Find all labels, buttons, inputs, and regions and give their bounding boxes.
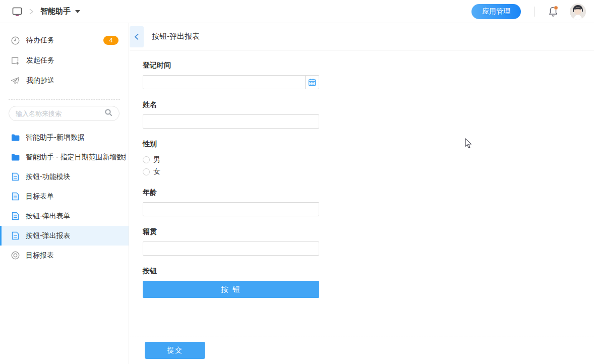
sidebar-item-target-form[interactable]: 目标表单	[0, 187, 129, 206]
field-hometown: 籍贯	[143, 227, 319, 256]
age-input[interactable]	[143, 202, 319, 216]
sidebar-item-label: 按钮-弹出表单	[26, 212, 71, 221]
field-label: 籍贯	[143, 227, 319, 236]
gender-radio-female[interactable]: 女	[143, 166, 319, 178]
document-icon	[11, 212, 20, 220]
sidebar-item-label: 目标表单	[26, 192, 54, 201]
field-label: 年龄	[143, 188, 319, 197]
sidebar-item-label: 按钮-功能模块	[26, 172, 71, 181]
submit-button[interactable]: 提交	[145, 342, 205, 359]
radio-label: 男	[153, 155, 160, 164]
sidebar-item-label: 目标报表	[26, 251, 54, 260]
field-button: 按钮 按 钮	[143, 267, 319, 298]
form-footer: 提交	[130, 336, 594, 364]
chevron-left-icon	[134, 33, 140, 40]
sidebar-item-label: 智能助手 - 指定日期范围新增数据	[26, 153, 126, 162]
form: 登记时间 姓名	[130, 50, 594, 298]
sidebar-item-button-popup-report[interactable]: 按钮-弹出报表	[0, 226, 129, 246]
breadcrumb-chevron-icon	[29, 9, 34, 15]
notification-bell-icon[interactable]	[548, 6, 558, 17]
sidebar: 待办任务 4 发起任务 我的抄送	[0, 23, 129, 364]
sidebar-item-button-module[interactable]: 按钮-功能模块	[0, 167, 129, 187]
send-icon	[11, 77, 20, 85]
sidebar-item-todo-tasks[interactable]: 待办任务 4	[0, 30, 129, 50]
sidebar-item-label: 待办任务	[26, 36, 54, 45]
monitor-icon[interactable]	[12, 7, 22, 17]
notification-dot	[554, 6, 558, 10]
field-label: 登记时间	[143, 61, 319, 70]
clock-icon	[11, 36, 20, 45]
sidebar-divider	[9, 99, 120, 100]
page-title: 按钮-弹出报表	[152, 32, 200, 41]
compose-icon	[11, 56, 20, 65]
sidebar-item-folder-date-range-data[interactable]: 智能助手 - 指定日期范围新增数据	[0, 147, 129, 167]
search-input[interactable]	[16, 110, 104, 117]
sidebar-item-label: 发起任务	[26, 56, 54, 65]
field-label: 按钮	[143, 267, 319, 276]
field-name: 姓名	[143, 100, 319, 129]
todo-count-badge: 4	[103, 36, 118, 45]
folder-icon	[11, 154, 20, 161]
topbar: 智能助手 应用管理	[0, 0, 594, 23]
main-content: 按钮-弹出报表 登记时间	[130, 23, 594, 364]
sidebar-search[interactable]	[9, 106, 120, 121]
popup-report-button[interactable]: 按 钮	[143, 281, 319, 298]
sidebar-item-button-popup-form[interactable]: 按钮-弹出表单	[0, 206, 129, 226]
field-gender: 性别 男 女	[143, 140, 319, 178]
radio-icon	[143, 168, 150, 175]
name-input[interactable]	[143, 114, 319, 129]
content-header: 按钮-弹出报表	[130, 23, 594, 50]
sidebar-item-initiate-task[interactable]: 发起任务	[0, 50, 129, 71]
calendar-picker-button[interactable]	[305, 75, 319, 89]
sidebar-item-label: 按钮-弹出报表	[26, 231, 71, 240]
sidebar-item-folder-new-data[interactable]: 智能助手-新增数据	[0, 128, 129, 147]
folder-icon	[11, 134, 20, 141]
back-button[interactable]	[130, 26, 144, 47]
avatar[interactable]	[570, 4, 586, 20]
calendar-icon	[308, 78, 316, 86]
radio-label: 女	[153, 167, 160, 176]
gender-radio-male[interactable]: 男	[143, 154, 319, 166]
field-age: 年龄	[143, 188, 319, 216]
field-label: 性别	[143, 140, 319, 149]
radio-icon	[143, 156, 150, 163]
sidebar-item-my-cc[interactable]: 我的抄送	[0, 71, 129, 91]
search-icon[interactable]	[104, 108, 112, 118]
app-manage-button[interactable]: 应用管理	[471, 4, 521, 19]
breadcrumb-app-name[interactable]: 智能助手	[40, 7, 71, 16]
document-icon	[11, 192, 20, 201]
register-time-input[interactable]	[143, 75, 306, 89]
field-label: 姓名	[143, 100, 319, 109]
document-icon	[11, 231, 20, 240]
hometown-input[interactable]	[143, 241, 319, 256]
sidebar-item-target-report[interactable]: 目标报表	[0, 246, 129, 265]
document-icon	[11, 172, 20, 181]
sidebar-item-label: 我的抄送	[26, 76, 54, 85]
target-icon	[11, 251, 20, 260]
sidebar-item-label: 智能助手-新增数据	[26, 133, 85, 142]
topbar-divider	[534, 7, 535, 17]
field-register-time: 登记时间	[143, 61, 319, 89]
chevron-down-icon[interactable]	[75, 10, 80, 13]
